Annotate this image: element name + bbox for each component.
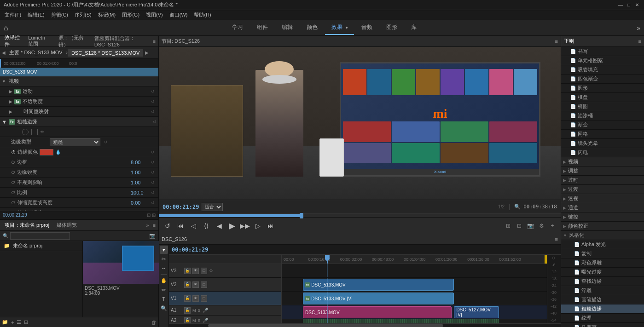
- v2b-clip[interactable]: fx DSC_5133.MOV [V]: [303, 293, 454, 304]
- program-monitor-menu-icon[interactable]: ≡: [555, 39, 558, 44]
- play-back-btn[interactable]: ◀: [214, 221, 224, 231]
- scale-reset-btn[interactable]: ↺: [151, 190, 155, 195]
- fwd-btn[interactable]: ▶▶: [240, 221, 250, 231]
- effect-lib-item-4color-gradient[interactable]: 📄 四色渐变: [561, 75, 644, 84]
- v3-eye-btn[interactable]: 👁: [192, 268, 199, 274]
- snapshot-btn[interactable]: 📷: [526, 221, 535, 230]
- circle-shape-btn[interactable]: [22, 129, 29, 135]
- edge-type-select[interactable]: 粗糙: [50, 138, 100, 146]
- project-list-view-btn[interactable]: ☰: [17, 319, 21, 325]
- timeline-horizontal-scrollbar[interactable]: [169, 323, 561, 327]
- a2-s-btn[interactable]: S: [198, 318, 201, 323]
- effect-lib-item-replicate[interactable]: 📄 复制: [561, 249, 644, 258]
- v3-lock-btn[interactable]: 🔓: [184, 268, 191, 274]
- edge-color-swatch[interactable]: [40, 149, 53, 155]
- minimize-button[interactable]: —: [617, 2, 624, 8]
- monitor-zoom-icon[interactable]: 🔍: [514, 204, 521, 210]
- clip-tab-main[interactable]: 主要 * DSC_S133.MOV: [6, 48, 66, 57]
- v1-target-btn[interactable]: □: [201, 295, 207, 302]
- tab-graphics[interactable]: 图形: [380, 21, 404, 35]
- v2-target-btn[interactable]: □: [201, 281, 207, 288]
- tab-assembly[interactable]: 组件: [250, 21, 274, 35]
- a1-lock-btn[interactable]: 🔓: [184, 307, 191, 314]
- effect-lib-item-lens-flare[interactable]: 📄 镜头光晕: [561, 139, 644, 148]
- a1-s-btn[interactable]: S: [198, 308, 201, 313]
- scrubber-handle[interactable]: [300, 213, 303, 218]
- menu-file[interactable]: 文件(F): [2, 11, 24, 19]
- edge-sharpness-value[interactable]: 1.00: [131, 170, 149, 175]
- edge-type-reset-btn[interactable]: ↺: [104, 140, 108, 144]
- menu-edit[interactable]: 编辑(E): [25, 11, 47, 19]
- tab-library[interactable]: 库: [405, 21, 423, 35]
- safe-margins-btn[interactable]: ⊞: [504, 221, 513, 230]
- v3-target-btn[interactable]: □: [201, 268, 207, 274]
- v1-lock-btn[interactable]: 🔓: [184, 295, 191, 302]
- track-content-a1[interactable]: [282, 319, 547, 323]
- step-fwd-btn[interactable]: ▷: [253, 221, 263, 231]
- project-more-btn[interactable]: »: [146, 223, 149, 228]
- effect-lib-item-overexpose[interactable]: 📄 曝光过度: [561, 268, 644, 277]
- project-menu-icon[interactable]: ≡: [153, 223, 156, 228]
- effect-lib-item-eyedropper-fill[interactable]: 📄 吸管填充: [561, 65, 644, 75]
- project-camera-btn[interactable]: 📷: [149, 233, 156, 239]
- effect-cat-video[interactable]: ▶ 视频: [561, 157, 644, 166]
- step-back-btn[interactable]: ◁: [188, 221, 198, 231]
- tool-hand-btn[interactable]: ✋: [160, 276, 168, 285]
- effect-lib-item-brush-stroke[interactable]: 📄 画笔描边: [561, 295, 644, 304]
- loop-btn[interactable]: ↺: [162, 221, 173, 231]
- effect-lib-item-cell-pattern[interactable]: 📄 单元格图案: [561, 56, 644, 65]
- v2-clip-main[interactable]: fx DSC_5133.MOV: [303, 279, 454, 291]
- a1-mic-icon[interactable]: 🎤: [203, 308, 208, 313]
- track-content-v2-bottom[interactable]: fx DSC_5133.MOV [V]: [282, 292, 547, 305]
- tab-audio-clip-mixer[interactable]: 音频剪辑混合器：DSC_S126: [93, 34, 149, 48]
- track-content-v1[interactable]: DSC_5133.MOV DSC_5127.MOV [V]: [282, 305, 547, 319]
- effect-cat-transition[interactable]: ▶ 过渡: [561, 185, 644, 194]
- project-search-input[interactable]: [10, 232, 70, 240]
- tab-edit[interactable]: 编辑: [275, 21, 299, 35]
- v1-eye-btn[interactable]: 👁: [192, 295, 199, 302]
- project-icon-view-btn[interactable]: ⊞: [24, 319, 28, 325]
- effect-lib-item-gradient[interactable]: 📄 渐变: [561, 120, 644, 130]
- h-scroll-thumb[interactable]: [208, 324, 443, 327]
- pencil-icon[interactable]: ✏: [41, 129, 44, 134]
- rough-edges-expand-arrow[interactable]: ▼: [2, 119, 7, 125]
- video-section-arrow[interactable]: ▼: [2, 79, 6, 84]
- effect-lib-item-paint-bucket[interactable]: 📄 油漆桶: [561, 111, 644, 120]
- time-remap-expand-arrow[interactable]: ▶: [9, 109, 12, 114]
- effect-lib-item-writing[interactable]: 📄 书写: [561, 47, 644, 56]
- project-trash-btn[interactable]: 🗑: [151, 320, 157, 325]
- tool-razor-btn[interactable]: ✂: [160, 255, 168, 263]
- border-value[interactable]: 8.00: [131, 160, 149, 165]
- effect-lib-item-alpha-glow[interactable]: 📄 Alpha 发光: [561, 240, 644, 249]
- effect-lib-item-checkerboard[interactable]: 📄 棋盘: [561, 93, 644, 102]
- workspace-more-button[interactable]: »: [637, 24, 640, 32]
- v2-eye-btn[interactable]: 👁: [192, 281, 199, 288]
- track-content-v3[interactable]: [282, 264, 547, 278]
- effect-lib-item-color-emboss[interactable]: 📄 彩色浮雕: [561, 258, 644, 268]
- menu-window[interactable]: 窗口(W): [167, 11, 191, 19]
- project-tab-media[interactable]: 媒体调览: [55, 221, 79, 229]
- effect-lib-item-rough-edges[interactable]: 📄 粗糙边缘: [561, 304, 644, 314]
- a2-mic-icon[interactable]: 🎤: [203, 318, 208, 323]
- menu-view[interactable]: 视图(V): [143, 11, 166, 19]
- tab-lumetri-scope[interactable]: Lumetri 范围: [26, 34, 53, 48]
- v2-lock-btn[interactable]: 🔓: [184, 281, 191, 288]
- clip-tabs-back-arrow[interactable]: ◀: [2, 50, 6, 55]
- effect-lib-item-lightning[interactable]: 📄 闪电: [561, 148, 644, 157]
- project-tab-main[interactable]: 项目：未命名 prproj: [3, 221, 51, 229]
- effect-cat-keying[interactable]: ▶ 键控: [561, 212, 644, 222]
- clip-tab-dsc-s126[interactable]: DSC_S126 * DSC_S133.MOV: [68, 49, 144, 57]
- tab-learn[interactable]: 学习: [226, 21, 249, 35]
- irregular-influence-value[interactable]: 1.00: [131, 180, 149, 185]
- effect-lib-item-find-edges[interactable]: 📄 查找边缘: [561, 277, 644, 286]
- effect-cat-color-correction[interactable]: ▶ 颜色校正: [561, 222, 644, 231]
- effect-lib-item-circle[interactable]: 📄 圆形: [561, 84, 644, 93]
- scale-value[interactable]: 100.0: [131, 190, 149, 195]
- v1-clip-2[interactable]: DSC_5127.MOV [V]: [454, 306, 499, 318]
- square-shape-btn[interactable]: [31, 129, 38, 135]
- project-new-bin-btn[interactable]: 📁: [2, 319, 8, 325]
- effect-lib-item-emboss[interactable]: 📄 浮雕: [561, 286, 644, 295]
- effect-cat-stylize[interactable]: ▼ 风格化: [561, 231, 644, 240]
- tool-pen-btn[interactable]: ✏: [160, 286, 168, 294]
- settings-btn[interactable]: ⚙: [537, 221, 546, 230]
